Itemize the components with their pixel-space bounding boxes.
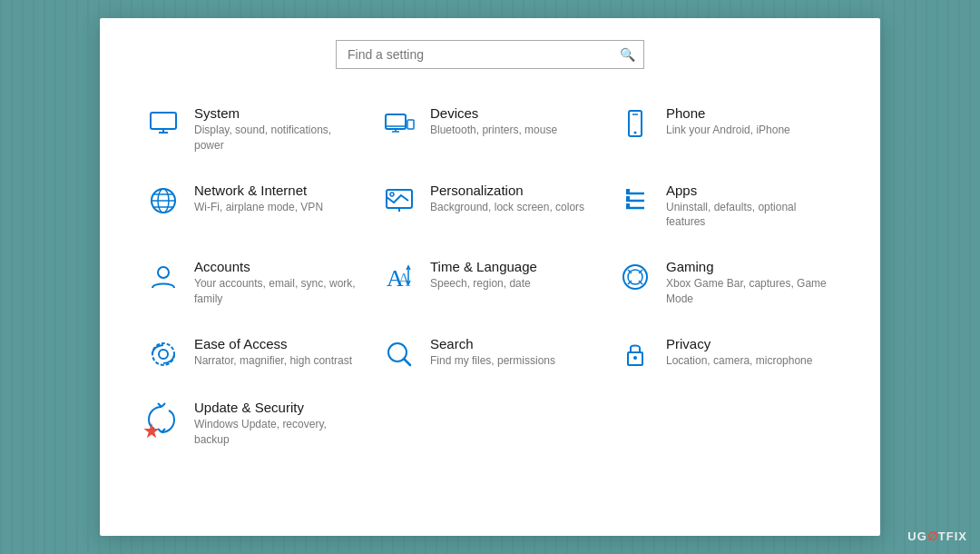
system-text: SystemDisplay, sound, notifications, pow… <box>194 105 361 153</box>
phone-desc: Link your Android, iPhone <box>666 123 790 138</box>
apps-text: AppsUninstall, defaults, optional featur… <box>666 183 833 231</box>
gaming-title: Gaming <box>666 259 833 274</box>
gaming-icon <box>617 261 653 293</box>
settings-item-update[interactable]: Update & SecurityWindows Update, recover… <box>136 385 372 462</box>
personalization-icon <box>381 184 417 217</box>
search-bar-container: 🔍 <box>336 40 644 69</box>
svg-point-9 <box>634 132 637 134</box>
update-desc: Windows Update, recovery, backup <box>194 417 361 448</box>
svg-point-36 <box>152 343 174 365</box>
settings-item-gaming[interactable]: GamingXbox Game Bar, captures, Game Mode <box>608 244 844 322</box>
personalization-text: PersonalizationBackground, lock screen, … <box>430 183 584 215</box>
system-icon <box>145 107 181 140</box>
svg-point-17 <box>390 193 394 196</box>
ease-text: Ease of AccessNarrator, magnifier, high … <box>194 336 352 369</box>
ease-desc: Narrator, magnifier, high contrast <box>194 353 352 369</box>
ease-icon <box>145 338 181 371</box>
time-desc: Speech, region, date <box>430 276 537 292</box>
devices-text: DevicesBluetooth, printers, mouse <box>430 105 557 138</box>
network-desc: Wi-Fi, airplane mode, VPN <box>194 200 323 215</box>
settings-item-devices[interactable]: DevicesBluetooth, printers, mouse <box>372 91 608 168</box>
time-title: Time & Language <box>430 259 537 274</box>
gaming-desc: Xbox Game Bar, captures, Game Mode <box>666 276 833 307</box>
search-icon: 🔍 <box>620 47 635 62</box>
settings-item-privacy[interactable]: PrivacyLocation, camera, microphone <box>608 322 844 385</box>
svg-rect-0 <box>151 113 176 129</box>
watermark: UG∅TFIX <box>907 529 967 543</box>
search-title: Search <box>430 336 555 351</box>
update-icon <box>145 401 181 438</box>
gaming-text: GamingXbox Game Bar, captures, Game Mode <box>666 259 833 307</box>
privacy-icon <box>617 338 653 371</box>
svg-point-26 <box>158 267 169 278</box>
personalization-desc: Background, lock screen, colors <box>430 200 584 215</box>
settings-item-accounts[interactable]: AccountsYour accounts, email, sync, work… <box>136 244 372 322</box>
privacy-desc: Location, camera, microphone <box>666 353 812 369</box>
svg-rect-21 <box>626 189 630 193</box>
svg-rect-4 <box>407 120 414 129</box>
apps-icon <box>617 184 653 217</box>
settings-grid: SystemDisplay, sound, notifications, pow… <box>136 91 844 461</box>
svg-point-41 <box>633 356 637 360</box>
search-text: SearchFind my files, permissions <box>430 336 555 369</box>
time-icon: A A <box>381 261 417 293</box>
devices-desc: Bluetooth, printers, mouse <box>430 123 557 138</box>
time-text: Time & LanguageSpeech, region, date <box>430 259 537 292</box>
settings-item-network[interactable]: Network & InternetWi-Fi, airplane mode, … <box>136 168 372 245</box>
svg-rect-23 <box>626 196 630 200</box>
ease-title: Ease of Access <box>194 336 352 351</box>
apps-desc: Uninstall, defaults, optional features <box>666 200 833 231</box>
svg-rect-25 <box>626 203 630 207</box>
update-title: Update & Security <box>194 400 361 415</box>
privacy-text: PrivacyLocation, camera, microphone <box>666 336 812 369</box>
svg-point-30 <box>623 265 647 289</box>
phone-icon <box>617 107 653 140</box>
network-title: Network & Internet <box>194 183 323 198</box>
settings-item-system[interactable]: SystemDisplay, sound, notifications, pow… <box>136 91 372 168</box>
apps-title: Apps <box>666 183 833 198</box>
accounts-text: AccountsYour accounts, email, sync, work… <box>194 259 361 307</box>
settings-item-search[interactable]: SearchFind my files, permissions <box>372 322 608 385</box>
settings-item-time[interactable]: A A Time & LanguageSpeech, region, date <box>372 244 608 322</box>
devices-icon <box>381 107 417 140</box>
system-title: System <box>194 105 361 121</box>
accounts-desc: Your accounts, email, sync, work, family <box>194 276 361 307</box>
personalization-title: Personalization <box>430 183 584 198</box>
svg-point-37 <box>159 350 168 359</box>
system-desc: Display, sound, notifications, power <box>194 123 361 153</box>
privacy-title: Privacy <box>666 336 812 351</box>
search-desc: Find my files, permissions <box>430 353 555 369</box>
accounts-title: Accounts <box>194 259 361 274</box>
phone-text: PhoneLink your Android, iPhone <box>666 105 790 138</box>
settings-item-apps[interactable]: AppsUninstall, defaults, optional featur… <box>608 168 844 245</box>
search-input[interactable] <box>336 40 644 69</box>
svg-line-39 <box>404 359 410 365</box>
phone-title: Phone <box>666 105 790 121</box>
settings-window: 🔍 SystemDisplay, sound, notifications, p… <box>100 18 880 536</box>
settings-item-ease[interactable]: Ease of AccessNarrator, magnifier, high … <box>136 322 372 385</box>
network-icon <box>145 184 181 217</box>
accounts-icon <box>145 261 181 293</box>
network-text: Network & InternetWi-Fi, airplane mode, … <box>194 183 323 215</box>
settings-item-personalization[interactable]: PersonalizationBackground, lock screen, … <box>372 168 608 245</box>
update-text: Update & SecurityWindows Update, recover… <box>194 400 361 448</box>
search-icon <box>381 338 417 371</box>
settings-item-phone[interactable]: PhoneLink your Android, iPhone <box>608 91 844 168</box>
devices-title: Devices <box>430 105 557 121</box>
